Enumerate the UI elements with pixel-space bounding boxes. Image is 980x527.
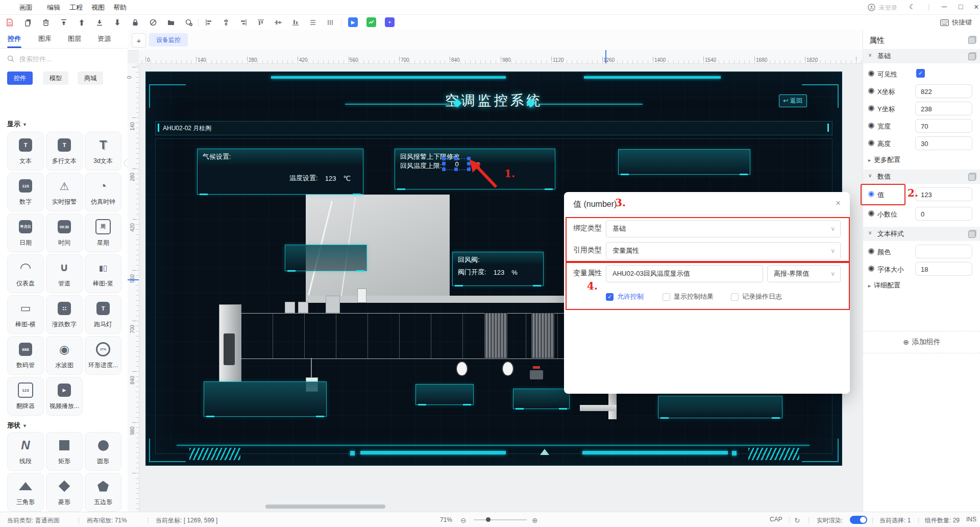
- zoom-slider-track[interactable]: [474, 519, 527, 520]
- distribute-v-icon[interactable]: [325, 17, 336, 28]
- shape-pentagon[interactable]: 五边形: [85, 473, 121, 512]
- font-size-input[interactable]: 18: [915, 262, 972, 276]
- menu-view[interactable]: 视图: [91, 3, 105, 12]
- section-display[interactable]: 显示▼: [7, 119, 27, 129]
- shape-triangle[interactable]: 三角形: [7, 473, 44, 512]
- filter-market[interactable]: 商城: [78, 71, 103, 85]
- bottom-panel-box[interactable]: [658, 396, 782, 418]
- realtime-render-toggle[interactable]: [850, 516, 867, 524]
- widget-gauge[interactable]: ◠仪表盘: [7, 254, 44, 293]
- widget-realtime-alarm[interactable]: ⚠实时报警: [46, 173, 83, 211]
- widget-time[interactable]: 09:30时间: [46, 213, 83, 252]
- visibility-checkbox[interactable]: ✓: [916, 69, 925, 78]
- widget-flip-card[interactable]: 123翻牌器: [7, 377, 44, 416]
- save-icon[interactable]: [4, 17, 15, 28]
- shortcut-keys-button[interactable]: 快捷键: [940, 18, 972, 27]
- selection-handle[interactable]: [442, 157, 446, 160]
- maximize-button[interactable]: □: [959, 3, 963, 11]
- install-button[interactable]: +: [385, 17, 395, 27]
- prop-bullet-icon[interactable]: [868, 140, 874, 146]
- bottom-panel-box[interactable]: [204, 381, 327, 417]
- user-icon[interactable]: [868, 4, 875, 13]
- preview-button[interactable]: ▶: [348, 17, 358, 27]
- widget-ring-progress[interactable]: 27%环形进度...: [85, 336, 121, 375]
- screen-tab-device-monitor[interactable]: 设备监控: [149, 33, 188, 46]
- back-button[interactable]: ↩ 返回: [779, 94, 807, 107]
- empty-panel-box[interactable]: [285, 245, 367, 271]
- unit-name-bar[interactable]: AHU02-02 月桂阁: [155, 121, 832, 135]
- zoom-out-icon[interactable]: ⊖: [460, 516, 467, 524]
- valve-open-value[interactable]: 123: [494, 269, 505, 276]
- move-up-icon[interactable]: [76, 17, 87, 28]
- section-basic[interactable]: ∨ 基础: [863, 49, 980, 63]
- minimize-button[interactable]: ─: [942, 3, 947, 11]
- widget-sim-clock[interactable]: ◔仿真时钟: [85, 173, 121, 211]
- align-top-icon[interactable]: [255, 17, 266, 28]
- height-input[interactable]: 30: [915, 136, 972, 150]
- detail-config-toggle[interactable]: ▸详细配置: [868, 281, 900, 290]
- align-hcenter-icon[interactable]: [273, 17, 284, 28]
- prop-bullet-icon[interactable]: [868, 248, 874, 254]
- align-bottom-icon[interactable]: [290, 17, 301, 28]
- zoom-in-icon[interactable]: ⊕: [532, 516, 538, 524]
- login-status[interactable]: 未登录: [879, 4, 897, 12]
- zoom-slider-knob[interactable]: [486, 517, 491, 522]
- widget-marquee[interactable]: T跑马灯: [85, 295, 121, 334]
- menu-edit[interactable]: 编辑: [47, 3, 60, 12]
- prop-bullet-icon[interactable]: [868, 123, 874, 129]
- search-input[interactable]: [18, 55, 112, 63]
- menu-screen[interactable]: 画面: [19, 3, 33, 12]
- widget-number[interactable]: 123数字: [7, 173, 44, 211]
- widget-updown-number[interactable]: ∷涨跌数字: [46, 295, 83, 334]
- menu-help[interactable]: 帮助: [113, 3, 127, 12]
- widget-water-wave[interactable]: ◉水波图: [46, 336, 83, 375]
- shape-rect[interactable]: 矩形: [46, 432, 83, 471]
- add-screen-button[interactable]: +: [132, 33, 146, 47]
- bottom-panel-box[interactable]: [513, 389, 570, 409]
- section-icon[interactable]: [968, 231, 975, 238]
- empty-panel-box[interactable]: [618, 149, 750, 175]
- widget-date[interactable]: 年月日日期: [7, 213, 44, 252]
- section-icon[interactable]: [968, 53, 975, 60]
- prop-bullet-icon[interactable]: [868, 210, 874, 217]
- filter-models[interactable]: 模型: [43, 71, 68, 85]
- shape-circle[interactable]: 圆形: [85, 432, 121, 471]
- hide-icon[interactable]: [148, 17, 159, 28]
- widget-digital-tube[interactable]: 888数码管: [7, 336, 44, 375]
- prop-bullet-icon[interactable]: [868, 88, 874, 94]
- widget-multiline-text[interactable]: T多行文本: [46, 132, 83, 171]
- section-icon[interactable]: [968, 174, 975, 181]
- align-right-icon[interactable]: [238, 17, 249, 28]
- prop-bullet-icon[interactable]: [868, 105, 874, 111]
- panel-pin-icon[interactable]: [968, 37, 975, 44]
- widget-bar-vertical[interactable]: ▮▯棒图-竖: [85, 254, 121, 293]
- copy-icon[interactable]: [22, 17, 34, 28]
- section-text-style[interactable]: ∨ 文本样式: [863, 227, 980, 241]
- widget-3d-text[interactable]: T3d文本: [85, 132, 121, 171]
- return-valve-box[interactable]: 回风阀: 阀门开度:123%: [452, 252, 544, 286]
- menu-project[interactable]: 工程: [69, 3, 83, 12]
- align-vcenter-icon[interactable]: [220, 17, 232, 28]
- move-down-icon[interactable]: [112, 17, 123, 28]
- close-button[interactable]: ×: [974, 3, 978, 12]
- distribute-h-icon[interactable]: [307, 17, 318, 28]
- align-left-icon[interactable]: [203, 17, 214, 28]
- shape-diamond[interactable]: 菱形: [46, 473, 83, 512]
- prop-bullet-icon[interactable]: [868, 70, 874, 77]
- add-component-button[interactable]: ⊕ 添加组件: [863, 331, 980, 353]
- decimal-input[interactable]: 0: [915, 207, 972, 221]
- x-coord-input[interactable]: 822: [915, 84, 972, 98]
- widget-week[interactable]: 周星期: [85, 213, 121, 252]
- temp-setting-value[interactable]: 123: [325, 175, 336, 182]
- selection-handle[interactable]: [442, 167, 446, 171]
- widget-video-player[interactable]: ▶视频播放...: [46, 377, 83, 416]
- bring-to-front-icon[interactable]: [58, 17, 69, 28]
- widget-pipe[interactable]: ∪管道: [46, 254, 83, 293]
- value-input[interactable]: 123: [915, 187, 972, 201]
- section-shape[interactable]: 形状▼: [7, 421, 27, 430]
- color-input[interactable]: [915, 245, 972, 258]
- dialog-close-icon[interactable]: ×: [836, 198, 841, 208]
- tab-gallery[interactable]: 图库: [31, 30, 59, 48]
- selection-handle[interactable]: [442, 162, 446, 165]
- theme-moon-icon[interactable]: ☾: [909, 3, 916, 11]
